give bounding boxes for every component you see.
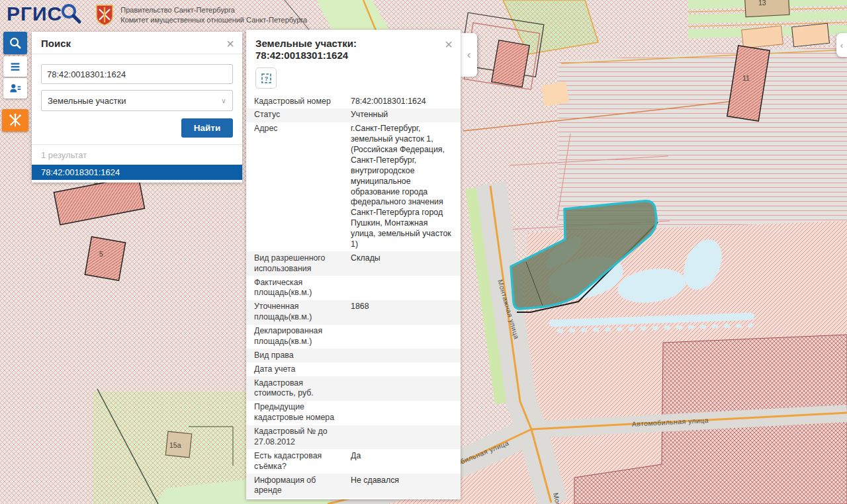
magnifier-logo-icon — [60, 3, 82, 25]
table-row: СтатусУчтенный — [246, 108, 461, 122]
building-label-13: 13 — [758, 0, 766, 7]
search-input[interactable] — [41, 64, 233, 84]
result-item-selected[interactable]: 78:42:0018301:1624 — [32, 165, 242, 180]
table-row: Есть кадастровая съёмка?Да — [246, 449, 461, 474]
info-panel-title: Земельные участки: 78:42:0018301:1624 — [255, 38, 357, 61]
table-row: Кадастровый номер78:42:0018301:1624 — [246, 95, 461, 108]
layers-icon — [9, 60, 22, 73]
rgis-logo[interactable]: РГИС — [7, 3, 82, 25]
user-icon — [9, 82, 22, 95]
row-value: 1868 — [351, 302, 454, 323]
search-results: 1 результат 78:42:0018301:1624 — [32, 144, 242, 183]
table-row: Кадастровый № до 27.08.2012 — [246, 425, 461, 450]
row-value — [351, 351, 454, 361]
table-row: Дата учета — [246, 362, 461, 376]
striped-zone — [559, 46, 847, 230]
row-label: Дата учета — [254, 364, 351, 375]
row-value: г.Санкт-Петербург, земельный участок 1, … — [351, 124, 454, 250]
row-label: Статус — [254, 110, 351, 120]
table-row: Информация об арендеНе сдавался — [246, 474, 461, 498]
org-title: Правительство Санкт-Петербурга Комитет и… — [120, 5, 307, 25]
row-label: Уточненная площадь(кв.м.) — [254, 302, 351, 323]
identify-extent-button[interactable]: ? — [255, 67, 277, 89]
info-panel-collapse-tab[interactable]: ‹ — [461, 33, 477, 77]
row-label: Информация об аренде — [254, 476, 351, 497]
find-button[interactable]: Найти — [181, 118, 233, 138]
building-label-15a: 15а — [169, 441, 181, 449]
search-panel-title: Поиск — [41, 38, 71, 49]
table-row: Адресг.Санкт-Петербург, земельный участо… — [246, 122, 461, 252]
search-category-value: Земельные участки — [48, 96, 126, 106]
row-label: Декларированная площадь(кв.м.) — [254, 326, 351, 347]
chevron-down-icon: ∨ — [221, 97, 226, 105]
identify-extent-icon: ? — [261, 73, 272, 84]
table-row: Вид права — [246, 349, 461, 362]
building-label-11: 11 — [742, 74, 750, 82]
row-label: Адрес — [254, 124, 351, 250]
search-category-select[interactable]: Земельные участки ∨ — [41, 90, 233, 111]
row-label: Вид разрешенного использования — [254, 253, 351, 274]
spb-emblem-icon — [8, 113, 22, 128]
svg-text:?: ? — [264, 75, 268, 82]
sidebar-user-button[interactable] — [3, 78, 27, 99]
search-icon — [9, 36, 22, 50]
chevron-left-icon: ‹ — [467, 48, 471, 62]
table-row: Фактическая площадь(кв.м.) — [246, 276, 461, 300]
sidebar-layers-button[interactable] — [3, 56, 27, 77]
row-label: Предыдущие кадастровые номера — [254, 402, 351, 423]
sidebar-emblem-button[interactable] — [2, 109, 28, 132]
row-value: Склады — [351, 253, 454, 274]
row-value — [351, 278, 454, 299]
parcel-info-panel: Земельные участки: 78:42:0018301:1624 × … — [246, 30, 461, 499]
row-label: Кадастровая стоимость, руб. — [254, 378, 351, 399]
results-count: 1 результат — [32, 145, 242, 165]
sidebar-search-button[interactable] — [3, 32, 27, 54]
row-label: Вид права — [254, 351, 351, 361]
row-value — [351, 427, 454, 448]
org-line2: Комитет имущественных отношений Санкт-Пе… — [120, 15, 307, 25]
row-value: Учтенный — [351, 110, 454, 120]
org-line1: Правительство Санкт-Петербурга — [120, 5, 307, 15]
app-header: РГИС Правительство Санкт-Петербурга Коми… — [0, 0, 307, 26]
row-label: Фактическая площадь(кв.м.) — [254, 278, 351, 299]
search-panel: Поиск × Земельные участки ∨ Найти 1 резу… — [32, 32, 242, 183]
row-label: Кадастровый номер — [254, 97, 351, 107]
chevron-left-icon: ‹ — [840, 40, 843, 50]
rgis-logo-text: РГИС — [7, 3, 62, 25]
spb-coat-of-arms-icon — [95, 4, 114, 26]
table-row: Вид разрешенного использованияСклады — [246, 251, 461, 276]
table-row: Декларированная площадь(кв.м.) — [246, 325, 461, 349]
row-value — [351, 402, 454, 423]
row-label: Кадастровый № до 27.08.2012 — [254, 427, 351, 448]
row-value — [351, 378, 454, 399]
row-value: Да — [351, 451, 454, 472]
search-panel-close-icon[interactable]: × — [226, 39, 234, 48]
table-row: Уточненная площадь(кв.м.)1868 — [246, 300, 461, 325]
info-panel-close-icon[interactable]: × — [445, 37, 453, 52]
table-row: Предыдущие кадастровые номера — [246, 401, 461, 425]
building-label-5b: 5 — [99, 250, 103, 258]
row-value: Не сдавался — [351, 476, 454, 497]
row-value: 78:42:0018301:1624 — [351, 97, 454, 107]
right-edge-expand-tab[interactable]: ‹ — [836, 33, 847, 57]
table-row: Кадастровая стоимость, руб. — [246, 376, 461, 401]
row-label: Есть кадастровая съёмка? — [254, 451, 351, 472]
attribute-table: Кадастровый номер78:42:0018301:1624 Стат… — [246, 95, 461, 499]
row-value — [351, 364, 454, 375]
row-value — [351, 326, 454, 347]
